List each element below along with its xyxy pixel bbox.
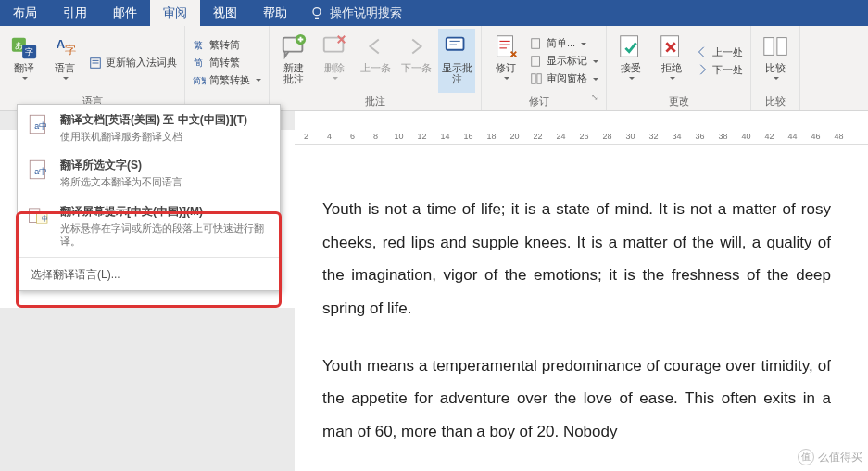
ruler-tick: 32 [642, 132, 665, 141]
next-change-icon [696, 63, 709, 76]
svg-text:字: 字 [65, 44, 76, 57]
tab-帮助[interactable]: 帮助 [250, 0, 300, 26]
ruler-tick: 42 [758, 132, 781, 141]
svg-text:简: 简 [194, 57, 203, 68]
language-button[interactable]: A字 语言 [46, 29, 83, 93]
reviewing-pane[interactable]: 审阅窗格 [528, 70, 600, 86]
ruler-tick: 6 [341, 132, 364, 141]
accept-icon [617, 32, 645, 60]
show-comments-label: 显示批注 [438, 62, 475, 84]
show-comments-icon [443, 32, 471, 60]
delete-comment-button[interactable]: 删除 [316, 29, 353, 93]
language-label: 语言 [55, 62, 75, 73]
watermark-text: 么值得买 [818, 450, 862, 465]
display-label: 简单... [547, 36, 575, 50]
tab-邮件[interactable]: 邮件 [100, 0, 150, 26]
tell-me-search[interactable]: 操作说明搜索 [300, 5, 411, 21]
group-changes-label: 更改 [612, 93, 745, 110]
svg-text:繁: 繁 [194, 40, 203, 50]
svg-rect-16 [532, 38, 540, 48]
translate-doc-desc: 使用联机翻译服务翻译文档 [60, 130, 247, 143]
markup-label: 显示标记 [547, 54, 587, 68]
ruler-tick: 16 [457, 132, 480, 141]
compare-label: 比较 [765, 62, 786, 73]
group-convert: 繁繁转简 简简转繁 简繁简繁转换 [185, 26, 270, 110]
ruler-tick: 8 [364, 132, 387, 141]
paragraph-1: Youth is not a time of life; it is a sta… [322, 193, 831, 325]
svg-text:あ: あ [15, 41, 23, 50]
new-comment-icon [280, 32, 308, 60]
show-markup[interactable]: 显示标记 [528, 53, 600, 69]
prev-comment-label: 上一条 [360, 62, 391, 73]
ruler-tick: 14 [434, 132, 457, 141]
left-gray-area [0, 308, 295, 471]
mini-translator-item[interactable]: 中 翻译屏幕提示[中文(中国)](M) 光标悬停在字词或所选的段落上可快速进行翻… [18, 197, 280, 256]
prev-change-label: 上一处 [712, 45, 743, 59]
svg-rect-15 [497, 36, 513, 57]
ruler-tick: 22 [526, 132, 549, 141]
svg-text:a中: a中 [34, 121, 47, 131]
prev-icon [361, 32, 389, 60]
tab-布局[interactable]: 布局 [0, 0, 50, 26]
ruler-tick: 26 [572, 132, 596, 141]
compare-icon [761, 32, 789, 60]
group-comments: 新建 批注 删除 上一条 下一条 显示批注 批注 [270, 26, 482, 110]
new-comment-button[interactable]: 新建 批注 [275, 29, 312, 93]
track-label: 修订 [496, 62, 516, 73]
pane-icon [530, 72, 543, 85]
next-icon [402, 32, 430, 60]
svg-text:中: 中 [42, 213, 48, 222]
delete-comment-icon [321, 32, 348, 60]
markup-icon [530, 55, 543, 68]
mini-translator-desc: 光标悬停在字词或所选的段落上可快速进行翻译。 [60, 222, 270, 248]
document-body[interactable]: Youth is not a time of life; it is a sta… [295, 148, 868, 471]
compare-button[interactable]: 比较 [757, 29, 794, 93]
language-icon: A字 [51, 32, 79, 60]
group-tracking: 修订 简单... 显示标记 审阅窗格 修订⤡ [482, 26, 607, 110]
accept-button[interactable]: 接受 [612, 29, 649, 93]
translate-selection-item[interactable]: a中 翻译所选文字(S) 将所选文本翻译为不同语言 [18, 150, 280, 196]
ruler-tick: 4 [318, 132, 341, 141]
choose-translation-language[interactable]: 选择翻译语言(L)... [18, 260, 280, 290]
tracking-dialog-launcher[interactable]: ⤡ [591, 93, 600, 110]
convert-icon: 简 [193, 56, 206, 69]
translate-button[interactable]: あ字 翻译 [6, 29, 43, 93]
group-changes: 接受 拒绝 上一处 下一处 更改 [607, 26, 751, 110]
next-comment-button[interactable]: 下一条 [397, 29, 434, 93]
tab-bar: 布局引用邮件审阅视图帮助 操作说明搜索 [0, 0, 868, 26]
tab-审阅[interactable]: 审阅 [150, 0, 200, 26]
accept-label: 接受 [621, 62, 641, 73]
reject-button[interactable]: 拒绝 [653, 29, 690, 93]
tell-me-label: 操作说明搜索 [330, 5, 402, 21]
horizontal-ruler[interactable]: 2468101214161820222426283032343638404244… [295, 128, 868, 145]
prev-change[interactable]: 上一处 [694, 45, 745, 60]
track-changes-button[interactable]: 修订 [487, 29, 524, 93]
pane-label: 审阅窗格 [547, 71, 587, 85]
prev-comment-button[interactable]: 上一条 [357, 29, 394, 93]
next-change-label: 下一处 [712, 63, 743, 77]
ruler-tick: 44 [781, 132, 804, 141]
svg-rect-18 [532, 73, 535, 83]
book-icon [89, 57, 102, 70]
reject-label: 拒绝 [661, 62, 682, 73]
simp-to-trad[interactable]: 简简转繁 [191, 55, 263, 70]
next-change[interactable]: 下一处 [694, 62, 745, 78]
lightbulb-icon [309, 6, 324, 20]
tab-引用[interactable]: 引用 [50, 0, 100, 26]
simp-trad-label: 简转繁 [209, 56, 240, 70]
ruler-tick: 2 [295, 132, 318, 141]
ruler-tick: 30 [619, 132, 642, 141]
show-comments-button[interactable]: 显示批注 [438, 29, 475, 93]
display-for-review[interactable]: 简单... [528, 35, 600, 51]
tab-视图[interactable]: 视图 [200, 0, 250, 26]
svg-text:a中: a中 [34, 167, 47, 176]
convert-label: 简繁转换 [209, 73, 250, 87]
group-tracking-label: 修订 [487, 93, 591, 110]
chinese-convert[interactable]: 简繁简繁转换 [191, 72, 263, 88]
translate-document-item[interactable]: a中 翻译文档[英语(美国) 至 中文(中国)](T) 使用联机翻译服务翻译文档 [18, 105, 280, 150]
convert-icon: 繁 [193, 38, 206, 51]
update-ime-dict[interactable]: 更新输入法词典 [87, 55, 179, 70]
trad-to-simp[interactable]: 繁繁转简 [191, 37, 263, 53]
svg-rect-14 [447, 38, 464, 50]
track-icon [492, 32, 520, 60]
